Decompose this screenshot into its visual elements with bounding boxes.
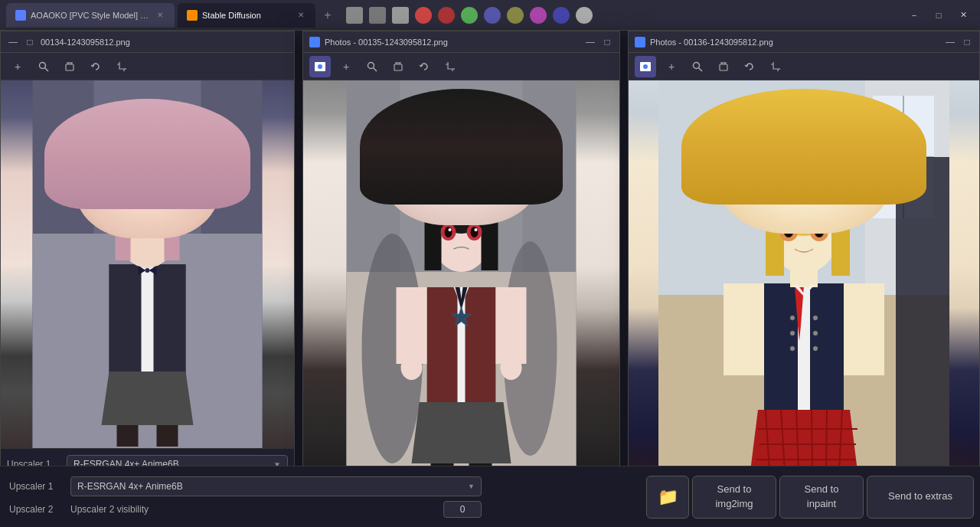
send-to-img2img-label: Send toimg2img bbox=[715, 483, 753, 510]
upscaler2-vis-input[interactable]: 0 bbox=[443, 501, 482, 518]
svg-point-18 bbox=[130, 224, 142, 236]
nav-icon-9 bbox=[530, 7, 547, 24]
maximize-button[interactable]: □ bbox=[928, 8, 949, 23]
panel-3-minimize[interactable]: — bbox=[944, 36, 956, 48]
svg-marker-45 bbox=[412, 402, 511, 463]
svg-rect-27 bbox=[117, 425, 139, 447]
panel-3-photo-view[interactable] bbox=[635, 56, 656, 77]
svg-point-107 bbox=[789, 227, 792, 231]
panel-2-image-area bbox=[303, 80, 619, 494]
bottom-bar: Upscaler 1 R-ESRGAN 4x+ Anime6B ▼ Upscal… bbox=[0, 466, 980, 527]
svg-line-89 bbox=[812, 410, 812, 471]
panel-1-image bbox=[1, 80, 294, 448]
panel-1-titlebar: — □ 00134-1243095812.png bbox=[1, 31, 294, 53]
panel-1-add[interactable]: + bbox=[7, 56, 28, 77]
panel-3-delete[interactable] bbox=[713, 56, 734, 77]
close-button[interactable]: ✕ bbox=[952, 8, 974, 23]
panel-1-delete[interactable] bbox=[59, 56, 80, 77]
upscaler1-select-bottom[interactable]: R-ESRGAN 4x+ Anime6B ▼ bbox=[70, 476, 482, 496]
svg-point-66 bbox=[643, 64, 648, 69]
panel-2-toolbar: + bbox=[303, 53, 619, 80]
svg-point-115 bbox=[813, 316, 818, 320]
tab-1-close[interactable]: ✕ bbox=[155, 10, 165, 21]
svg-point-106 bbox=[815, 227, 824, 237]
panel-1-crop[interactable] bbox=[111, 56, 132, 77]
browser-tab-1[interactable]: AOAOKO [PVC Style Model] - PV... ✕ bbox=[6, 3, 175, 28]
nav-icon-4 bbox=[415, 7, 432, 24]
nav-icon-3 bbox=[392, 7, 409, 24]
panel-2-maximize[interactable]: □ bbox=[601, 36, 613, 48]
nav-icon-10 bbox=[553, 7, 570, 24]
folder-button[interactable]: 📁 bbox=[646, 476, 689, 519]
panel-3-zoom[interactable] bbox=[687, 56, 708, 77]
svg-rect-16 bbox=[116, 199, 131, 260]
svg-marker-13 bbox=[102, 372, 194, 425]
svg-rect-11 bbox=[109, 264, 142, 387]
upscaler-controls: Upscaler 1 R-ESRGAN 4x+ Anime6B ▼ Upscal… bbox=[6, 473, 485, 521]
svg-point-23 bbox=[159, 227, 162, 229]
minimize-button[interactable]: − bbox=[903, 8, 925, 23]
send-to-inpaint-button[interactable]: Send toinpaint bbox=[779, 476, 864, 519]
upscaler2-label-bottom: Upscaler 2 bbox=[9, 504, 64, 515]
panel-2-add[interactable]: + bbox=[335, 56, 357, 77]
panel-1-zoom[interactable] bbox=[33, 56, 54, 77]
svg-point-103 bbox=[779, 223, 798, 241]
tab-2-close[interactable]: ✕ bbox=[296, 10, 306, 21]
panel-1-maximize[interactable]: □ bbox=[24, 36, 36, 48]
send-to-extras-button[interactable]: Send to extras bbox=[867, 476, 974, 519]
svg-line-68 bbox=[699, 67, 703, 71]
panel-2-delete[interactable] bbox=[387, 56, 409, 77]
browser-tab-2[interactable]: Stable Diffusion ✕ bbox=[178, 3, 315, 28]
svg-point-30 bbox=[318, 64, 322, 69]
svg-point-99 bbox=[766, 162, 842, 236]
panel-2-crop[interactable] bbox=[439, 56, 461, 77]
panel-1-image-area bbox=[1, 80, 294, 448]
upscaler2-vis-label: Upscaler 2 visibility bbox=[70, 504, 437, 515]
new-tab-button[interactable]: + bbox=[318, 6, 337, 25]
panel-3-toolbar: + bbox=[629, 53, 979, 80]
svg-rect-95 bbox=[724, 283, 764, 375]
upscaler2-container: Upscaler 2 Upscaler 2 visibility 0 bbox=[9, 501, 482, 518]
svg-point-112 bbox=[790, 316, 795, 320]
svg-rect-96 bbox=[844, 283, 884, 375]
panel-3-titlebar: Photos - 00136-1243095812.png — □ bbox=[629, 31, 979, 53]
panel-3-crop[interactable] bbox=[765, 56, 786, 77]
svg-point-67 bbox=[694, 62, 700, 68]
svg-point-117 bbox=[813, 346, 818, 351]
panel-3-rotate[interactable] bbox=[739, 56, 760, 77]
svg-rect-17 bbox=[165, 199, 180, 260]
window-controls: − □ ✕ bbox=[903, 8, 974, 23]
browser-chrome: AOAOKO [PVC Style Model] - PV... ✕ Stabl… bbox=[0, 0, 980, 31]
panel-3-maximize[interactable]: □ bbox=[961, 36, 973, 48]
svg-rect-49 bbox=[496, 287, 527, 364]
panel-2-photo-view[interactable] bbox=[309, 56, 331, 77]
svg-point-63 bbox=[401, 355, 423, 380]
panel-3-image bbox=[629, 80, 979, 494]
upscaler1-container: Upscaler 1 R-ESRGAN 4x+ Anime6B ▼ bbox=[9, 476, 482, 496]
tab-1-icon bbox=[15, 10, 26, 21]
tab-2-icon bbox=[187, 10, 198, 21]
panel-3-icon bbox=[635, 37, 645, 47]
svg-rect-79 bbox=[896, 157, 949, 494]
girl-2-svg bbox=[303, 80, 619, 494]
svg-rect-28 bbox=[157, 425, 178, 447]
upscaler1-arrow-bottom: ▼ bbox=[468, 483, 475, 490]
svg-point-56 bbox=[445, 227, 452, 237]
svg-point-26 bbox=[145, 268, 150, 273]
panel-2-rotate[interactable] bbox=[413, 56, 435, 77]
panel-2-title: Photos - 00135-1243095812.png bbox=[325, 38, 580, 47]
girl-3-svg bbox=[629, 80, 979, 494]
panel-2-zoom[interactable] bbox=[361, 56, 383, 77]
image-panel-2: Photos - 00135-1243095812.png — □ + bbox=[302, 31, 620, 496]
panel-2-minimize[interactable]: — bbox=[584, 36, 596, 48]
folder-icon: 📁 bbox=[658, 487, 678, 507]
image-panel-3: Photos - 00136-1243095812.png — □ + bbox=[628, 31, 980, 496]
panel-3-add[interactable]: + bbox=[661, 56, 682, 77]
nav-icon-5 bbox=[438, 7, 455, 24]
action-buttons: 📁 Send toimg2img Send toinpaint Send to … bbox=[646, 476, 974, 519]
panel-1-minimize[interactable]: — bbox=[7, 36, 19, 48]
girl-1-svg bbox=[1, 80, 294, 448]
panel-1-rotate[interactable] bbox=[85, 56, 106, 77]
send-to-img2img-button[interactable]: Send toimg2img bbox=[692, 476, 776, 519]
svg-point-102 bbox=[767, 153, 841, 207]
